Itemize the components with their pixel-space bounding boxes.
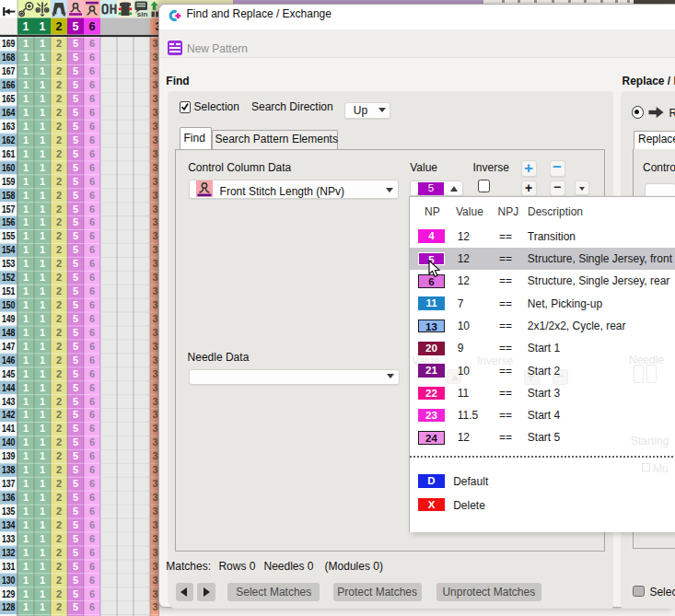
svg-text:1: 1 xyxy=(40,327,45,338)
svg-text:6: 6 xyxy=(89,162,95,173)
svg-text:6: 6 xyxy=(89,272,95,283)
svg-text:6: 6 xyxy=(89,547,95,558)
svg-text:6: 6 xyxy=(89,313,95,324)
svg-text:5: 5 xyxy=(73,176,78,187)
svg-text:169: 169 xyxy=(2,38,16,49)
svg-text:5: 5 xyxy=(73,203,78,215)
svg-text:2: 2 xyxy=(56,190,62,201)
svg-text:129: 129 xyxy=(2,588,16,599)
svg-text:167: 167 xyxy=(2,65,16,76)
svg-text:1: 1 xyxy=(23,436,29,447)
svg-text:1: 1 xyxy=(40,258,45,269)
svg-text:158: 158 xyxy=(2,190,16,201)
svg-text:1: 1 xyxy=(40,464,45,475)
svg-text:6: 6 xyxy=(89,107,95,118)
svg-text:2: 2 xyxy=(56,162,62,173)
svg-text:1: 1 xyxy=(23,230,29,241)
svg-text:2: 2 xyxy=(56,396,62,407)
svg-text:5: 5 xyxy=(73,38,78,49)
svg-text:6: 6 xyxy=(89,533,95,544)
svg-text:2: 2 xyxy=(56,409,62,420)
svg-text:5: 5 xyxy=(73,121,78,132)
svg-text:142: 142 xyxy=(2,409,16,420)
svg-text:5: 5 xyxy=(73,148,78,159)
svg-text:1: 1 xyxy=(23,107,29,118)
svg-text:3: 3 xyxy=(152,190,157,201)
svg-text:1: 1 xyxy=(23,93,29,104)
svg-text:2: 2 xyxy=(56,533,62,544)
svg-text:135: 135 xyxy=(2,506,16,517)
svg-text:3: 3 xyxy=(152,341,157,352)
svg-text:5: 5 xyxy=(73,79,78,90)
svg-text:1: 1 xyxy=(40,176,45,187)
svg-text:1: 1 xyxy=(23,65,29,76)
svg-text:2: 2 xyxy=(56,436,62,447)
svg-text:2: 2 xyxy=(56,354,62,366)
svg-text:1: 1 xyxy=(23,327,29,338)
svg-text:3: 3 xyxy=(152,327,157,338)
svg-text:1: 1 xyxy=(23,121,29,132)
svg-text:148: 148 xyxy=(2,327,16,338)
svg-text:2: 2 xyxy=(56,464,62,475)
svg-text:165: 165 xyxy=(2,93,16,104)
svg-text:132: 132 xyxy=(2,547,16,558)
svg-text:5: 5 xyxy=(73,65,78,76)
svg-text:134: 134 xyxy=(2,519,16,530)
svg-text:2: 2 xyxy=(56,313,62,324)
svg-text:6: 6 xyxy=(89,20,96,33)
svg-text:3: 3 xyxy=(152,519,157,530)
svg-text:1: 1 xyxy=(40,148,45,159)
svg-text:128: 128 xyxy=(2,601,16,612)
svg-text:1: 1 xyxy=(40,216,45,227)
svg-text:1: 1 xyxy=(23,588,29,599)
svg-text:1: 1 xyxy=(23,478,29,489)
svg-text:1: 1 xyxy=(40,561,45,572)
svg-text:6: 6 xyxy=(89,79,95,90)
svg-text:1: 1 xyxy=(40,601,45,612)
svg-text:6: 6 xyxy=(89,148,95,159)
svg-text:5: 5 xyxy=(73,533,78,544)
svg-text:1: 1 xyxy=(23,52,29,63)
svg-text:2: 2 xyxy=(56,203,62,215)
svg-text:1: 1 xyxy=(23,464,29,475)
svg-text:168: 168 xyxy=(2,52,16,63)
svg-text:6: 6 xyxy=(89,588,95,599)
svg-text:1: 1 xyxy=(40,588,45,599)
svg-text:1: 1 xyxy=(40,313,45,324)
svg-text:3: 3 xyxy=(152,450,157,461)
svg-text:5: 5 xyxy=(73,561,78,572)
svg-text:2: 2 xyxy=(56,492,62,503)
svg-text:1: 1 xyxy=(23,203,29,215)
svg-text:3: 3 xyxy=(152,285,157,296)
svg-text:2: 2 xyxy=(56,20,63,33)
svg-text:2: 2 xyxy=(56,65,62,76)
svg-text:3: 3 xyxy=(152,52,157,63)
svg-text:5: 5 xyxy=(73,601,78,612)
svg-text:131: 131 xyxy=(2,561,16,572)
svg-text:162: 162 xyxy=(2,134,16,145)
svg-text:1: 1 xyxy=(40,396,45,407)
svg-text:1: 1 xyxy=(40,354,45,366)
svg-text:6: 6 xyxy=(89,230,95,241)
svg-text:3: 3 xyxy=(152,396,157,407)
svg-text:6: 6 xyxy=(89,506,95,517)
svg-text:137: 137 xyxy=(2,478,16,489)
svg-text:130: 130 xyxy=(2,575,16,586)
svg-text:2: 2 xyxy=(56,107,62,118)
svg-text:5: 5 xyxy=(73,258,78,269)
svg-text:6: 6 xyxy=(89,93,95,104)
svg-text:160: 160 xyxy=(2,162,16,173)
svg-text:1: 1 xyxy=(40,575,45,586)
svg-text:3: 3 xyxy=(152,561,157,572)
svg-text:166: 166 xyxy=(2,79,16,90)
svg-text:1: 1 xyxy=(40,519,45,530)
svg-text:3: 3 xyxy=(152,258,157,269)
svg-text:3: 3 xyxy=(152,148,157,159)
svg-text:1: 1 xyxy=(40,423,45,434)
svg-text:3: 3 xyxy=(152,299,157,310)
svg-text:5: 5 xyxy=(73,478,78,489)
svg-text:3: 3 xyxy=(152,121,157,132)
svg-text:5: 5 xyxy=(73,327,78,338)
svg-text:3: 3 xyxy=(152,382,157,393)
svg-text:5: 5 xyxy=(73,216,78,227)
